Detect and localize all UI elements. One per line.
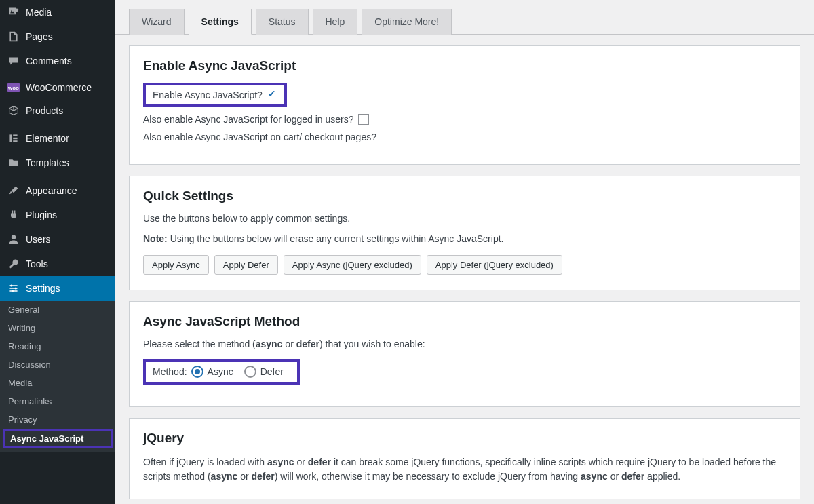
quick-settings-buttons: Apply Async Apply Defer Apply Async (jQu… [143, 255, 786, 275]
sidebar-item-label: Products [26, 105, 63, 116]
jquery-desc: Often if jQuery is loaded with async or … [143, 455, 786, 484]
sidebar-item-label: Templates [26, 157, 69, 168]
sidebar-item-label: Appearance [26, 185, 77, 196]
sidebar-sub-async-javascript[interactable]: Async JavaScript [3, 429, 113, 448]
brush-icon [7, 184, 20, 197]
sidebar-item-elementor[interactable]: Elementor [0, 126, 115, 151]
media-icon [7, 5, 20, 19]
cart-checkout-checkbox[interactable] [381, 132, 391, 142]
method-highlight: Method: Async Defer [143, 359, 300, 385]
tab-settings[interactable]: Settings [189, 9, 252, 35]
sidebar-sub-media[interactable]: Media [0, 374, 115, 392]
sidebar-item-label: Pages [26, 31, 53, 42]
elementor-icon [7, 132, 20, 145]
method-defer-radio[interactable] [244, 366, 256, 378]
logged-in-users-checkbox[interactable] [358, 114, 369, 125]
sidebar-sub-general[interactable]: General [0, 301, 115, 319]
sidebar-item-label: Elementor [26, 133, 69, 144]
sidebar-sub-permalinks[interactable]: Permalinks [0, 392, 115, 410]
method-desc: Please select the method (async or defer… [143, 338, 786, 349]
logged-in-users-label: Also enable Async JavaScript for logged … [143, 114, 354, 125]
sidebar-item-label: Users [26, 234, 51, 245]
note-text: Using the buttons below will erase any c… [168, 233, 504, 244]
folder-icon [7, 156, 20, 170]
apply-defer-button[interactable]: Apply Defer [214, 255, 278, 275]
sidebar-item-users[interactable]: Users [0, 227, 115, 252]
sidebar-sub-writing[interactable]: Writing [0, 319, 115, 337]
panel-heading: Async JavaScript Method [143, 314, 786, 329]
svg-rect-2 [13, 134, 17, 136]
panel-method: Async JavaScript Method Please select th… [129, 301, 800, 407]
sidebar-item-comments[interactable]: Comments [0, 49, 115, 73]
enable-async-checkbox[interactable] [267, 90, 277, 100]
panel-heading: jQuery [143, 431, 786, 446]
sidebar-item-templates[interactable]: Templates [0, 151, 115, 175]
quick-settings-note: Note: Using the buttons below will erase… [143, 233, 786, 244]
sidebar-sub-privacy[interactable]: Privacy [0, 410, 115, 429]
plug-icon [7, 208, 20, 222]
method-async-label: Async [208, 366, 233, 377]
svg-point-5 [12, 235, 16, 239]
svg-point-0 [15, 8, 18, 12]
sidebar-item-label: Tools [26, 258, 48, 269]
sliders-icon [7, 282, 20, 295]
svg-point-7 [15, 287, 17, 289]
svg-point-8 [12, 290, 14, 292]
cart-checkout-label: Also enable Async JavaScript on cart/ ch… [143, 132, 376, 142]
comment-icon [7, 54, 20, 68]
svg-rect-1 [9, 134, 12, 142]
sidebar-item-label: WooCommerce [26, 82, 92, 93]
note-bold: Note: [143, 233, 168, 244]
sidebar-sub-reading[interactable]: Reading [0, 337, 115, 355]
panel-jquery: jQuery Often if jQuery is loaded with as… [129, 418, 800, 499]
sidebar-item-plugins[interactable]: Plugins [0, 203, 115, 227]
tab-row: Wizard Settings Status Help Optimize Mor… [115, 0, 814, 35]
apply-defer-jquery-excluded-button[interactable]: Apply Defer (jQuery excluded) [427, 255, 562, 275]
sidebar-submenu-settings: General Writing Reading Discussion Media… [0, 301, 115, 452]
sidebar-item-label: Media [26, 7, 52, 18]
apply-async-jquery-excluded-button[interactable]: Apply Async (jQuery excluded) [284, 255, 421, 275]
method-label: Method: [153, 366, 187, 377]
panel-heading: Quick Settings [143, 189, 786, 203]
box-icon [7, 104, 20, 117]
sidebar-item-pages[interactable]: Pages [0, 24, 115, 49]
woo-icon: woo [7, 83, 20, 92]
sidebar-sub-discussion[interactable]: Discussion [0, 355, 115, 374]
panel-quick-settings: Quick Settings Use the buttons below to … [129, 176, 800, 290]
apply-async-button[interactable]: Apply Async [143, 255, 209, 275]
sidebar-item-products[interactable]: Products [0, 98, 115, 123]
svg-point-6 [10, 284, 12, 286]
enable-async-highlight: Enable Async JavaScript? [143, 83, 287, 107]
method-async-radio[interactable] [191, 366, 204, 378]
method-defer-label: Defer [260, 366, 284, 377]
svg-rect-3 [13, 138, 17, 139]
tab-wizard[interactable]: Wizard [129, 9, 185, 35]
enable-async-label: Enable Async JavaScript? [153, 90, 263, 100]
sidebar-item-label: Comments [26, 56, 72, 66]
wrench-icon [7, 257, 20, 271]
sidebar-item-tools[interactable]: Tools [0, 252, 115, 276]
sidebar-item-woocommerce[interactable]: woo WooCommerce [0, 77, 115, 98]
sidebar-item-media[interactable]: Media [0, 0, 115, 24]
tab-optimize-more[interactable]: Optimize More! [362, 9, 452, 35]
sidebar-item-appearance[interactable]: Appearance [0, 178, 115, 203]
sidebar-item-label: Plugins [26, 210, 57, 220]
admin-sidebar: Media Pages Comments woo WooCommerce Pro… [0, 0, 115, 504]
user-icon [7, 233, 20, 246]
quick-settings-desc: Use the buttons below to apply common se… [143, 213, 786, 224]
sidebar-item-settings[interactable]: Settings [0, 276, 115, 301]
panel-heading: Enable Async JavaScript [143, 58, 786, 73]
tab-status[interactable]: Status [256, 9, 309, 35]
page-icon [7, 30, 20, 43]
svg-rect-4 [13, 140, 17, 142]
panel-enable-async: Enable Async JavaScript Enable Async Jav… [129, 45, 800, 165]
sidebar-item-label: Settings [26, 283, 60, 294]
tab-help[interactable]: Help [313, 9, 358, 35]
main-content: Wizard Settings Status Help Optimize Mor… [115, 0, 814, 504]
